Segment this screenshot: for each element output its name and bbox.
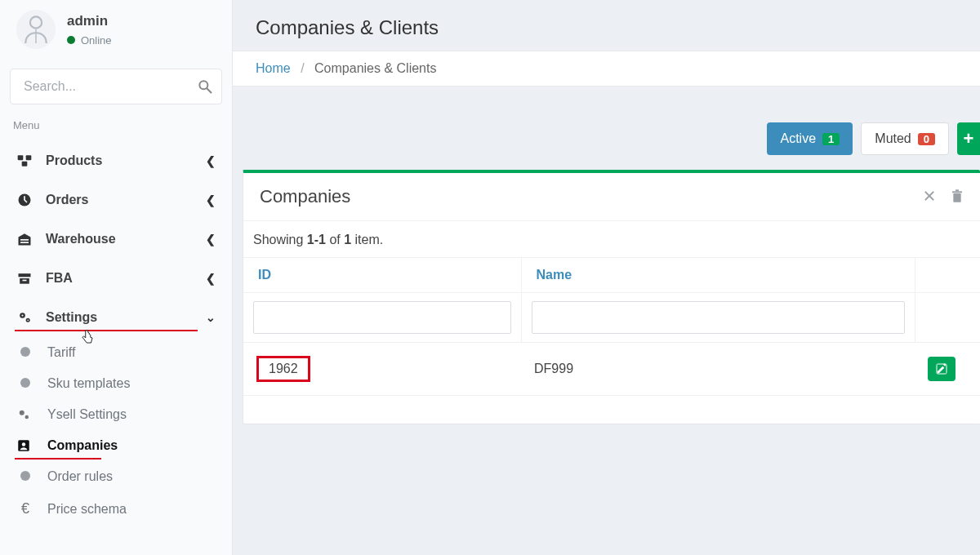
- dot-icon: [16, 345, 34, 360]
- active-count-badge: 1: [822, 133, 840, 145]
- filter-active-label: Active: [780, 131, 816, 146]
- svg-rect-4: [26, 155, 32, 160]
- filter-toolbar: Active 1 Muted 0 +: [233, 87, 980, 170]
- edit-icon: [935, 362, 948, 375]
- svg-point-15: [27, 320, 29, 322]
- sidebar-item-label: FBA: [46, 271, 206, 286]
- settings-subtree: Tariff Sku templates Ysell Settings Comp…: [0, 337, 232, 526]
- dot-icon: [16, 376, 34, 391]
- sidebar-item-label: Orders: [46, 193, 206, 207]
- sidebar-sub-price-schema[interactable]: € Price schema: [0, 492, 232, 526]
- chevron-left-icon: ❮: [206, 154, 216, 167]
- user-panel: admin Online: [0, 0, 232, 69]
- col-header-id[interactable]: ID: [243, 258, 521, 293]
- main-content: Companies & Clients Home / Companies & C…: [233, 0, 980, 555]
- breadcrumb: Home / Companies & Clients: [233, 51, 980, 87]
- company-card-icon: [16, 438, 34, 453]
- chevron-left-icon: ❮: [206, 193, 216, 206]
- gears-icon: [16, 309, 34, 326]
- svg-rect-3: [18, 155, 24, 160]
- sidebar-item-label: Settings: [46, 310, 206, 325]
- sidebar-item-label: Warehouse: [46, 232, 206, 246]
- svg-point-17: [25, 415, 29, 420]
- sidebar-sub-tariff[interactable]: Tariff: [0, 337, 232, 368]
- archive-icon: [16, 270, 34, 286]
- sidebar-item-orders[interactable]: Orders ❮: [0, 180, 232, 220]
- table-row: 1962 DF999: [243, 343, 980, 396]
- search-icon[interactable]: [197, 78, 213, 95]
- search-box[interactable]: [10, 69, 222, 104]
- sidebar-sub-label: Price schema: [47, 502, 127, 517]
- plus-icon: +: [964, 128, 974, 149]
- chevron-left-icon: ❮: [206, 272, 216, 285]
- svg-rect-11: [23, 280, 27, 282]
- col-header-actions: [915, 258, 980, 293]
- add-button[interactable]: +: [957, 122, 980, 155]
- svg-rect-21: [952, 191, 962, 193]
- row-name: DF999: [521, 343, 915, 396]
- svg-rect-9: [19, 273, 31, 277]
- boxes-icon: [16, 153, 34, 169]
- svg-line-2: [207, 89, 212, 93]
- menu-header: Menu: [0, 119, 232, 141]
- search-input[interactable]: [24, 79, 197, 94]
- sidebar-sub-label: Order rules: [47, 469, 113, 484]
- sidebar-sub-label: Companies: [47, 438, 118, 453]
- sidebar-sub-label: Ysell Settings: [47, 407, 127, 422]
- svg-rect-5: [22, 162, 28, 166]
- avatar: [16, 10, 56, 49]
- close-icon[interactable]: [923, 189, 936, 204]
- breadcrumb-current: Companies & Clients: [314, 61, 436, 75]
- svg-rect-7: [20, 239, 29, 241]
- svg-point-0: [30, 16, 42, 28]
- user-silhouette-icon: [22, 13, 50, 46]
- svg-point-19: [22, 442, 26, 446]
- sidebar-sub-order-rules[interactable]: Order rules: [0, 461, 232, 492]
- user-status: Online: [67, 34, 112, 47]
- sidebar-sub-companies[interactable]: Companies: [0, 430, 232, 461]
- edit-button[interactable]: [928, 357, 956, 381]
- svg-point-13: [21, 314, 23, 316]
- svg-rect-20: [953, 193, 960, 202]
- pointer-cursor-icon: [80, 329, 95, 347]
- svg-point-16: [20, 411, 24, 415]
- sidebar-sub-ysell-settings[interactable]: Ysell Settings: [0, 399, 232, 430]
- trash-icon[interactable]: [951, 189, 964, 204]
- sidebar: admin Online Menu Products ❮: [0, 0, 233, 555]
- chevron-down-icon: ⌄: [206, 311, 216, 324]
- gears-icon: [16, 407, 34, 422]
- filter-id-input[interactable]: [253, 301, 511, 334]
- euro-icon: €: [16, 500, 34, 517]
- user-name: admin: [67, 13, 112, 29]
- filter-active-button[interactable]: Active 1: [767, 122, 853, 155]
- dot-icon: [16, 469, 34, 484]
- sidebar-item-label: Products: [46, 153, 206, 168]
- companies-table: ID Name 1962 DF999: [243, 257, 980, 396]
- sidebar-item-products[interactable]: Products ❮: [0, 141, 232, 180]
- sidebar-sub-label: Sku templates: [47, 376, 130, 391]
- sidebar-item-fba[interactable]: FBA ❮: [0, 259, 232, 298]
- page-title: Companies & Clients: [233, 16, 980, 51]
- row-id-highlight: 1962: [256, 356, 310, 382]
- sidebar-item-settings[interactable]: Settings ⌄: [0, 298, 232, 337]
- highlight-underline: [15, 330, 198, 331]
- chevron-left-icon: ❮: [206, 233, 216, 246]
- sidebar-sub-label: Tariff: [47, 345, 75, 360]
- status-dot-icon: [67, 36, 75, 44]
- breadcrumb-sep: /: [301, 61, 304, 75]
- col-header-name[interactable]: Name: [521, 258, 915, 293]
- filter-name-input[interactable]: [532, 301, 905, 334]
- panel-title: Companies: [260, 186, 923, 207]
- muted-count-badge: 0: [918, 133, 935, 145]
- filter-muted-button[interactable]: Muted 0: [861, 122, 949, 155]
- sidebar-sub-sku-templates[interactable]: Sku templates: [0, 368, 232, 399]
- companies-panel: Companies Showing 1-1 of 1 item. ID Name: [243, 170, 980, 424]
- svg-rect-8: [20, 242, 29, 243]
- breadcrumb-home[interactable]: Home: [256, 61, 291, 75]
- user-status-text: Online: [81, 34, 112, 47]
- warehouse-icon: [16, 231, 34, 247]
- table-summary: Showing 1-1 of 1 item.: [243, 221, 980, 257]
- table-filter-row: [243, 293, 980, 343]
- filter-muted-label: Muted: [875, 131, 911, 146]
- sidebar-item-warehouse[interactable]: Warehouse ❮: [0, 220, 232, 259]
